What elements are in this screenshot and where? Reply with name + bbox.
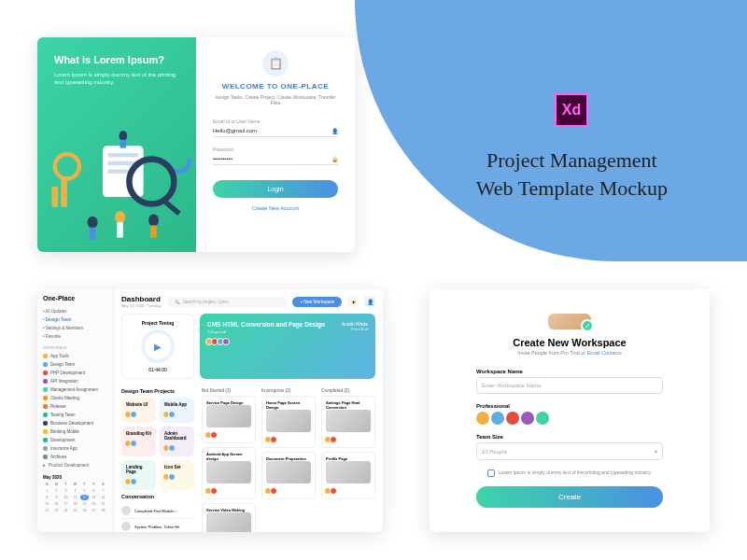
- play-button[interactable]: ▶: [141, 329, 175, 363]
- calendar-day[interactable]: 1: [43, 488, 51, 494]
- task-card[interactable]: Service Page Design: [202, 396, 256, 443]
- workspace-item[interactable]: App Tools: [43, 352, 107, 360]
- calendar-day[interactable]: 17: [62, 501, 70, 507]
- featured-project[interactable]: CMS HTML Conversion and Page Design 7 Da…: [200, 314, 375, 379]
- calendar-day[interactable]: 25: [71, 508, 79, 513]
- calendar-day[interactable]: 4: [71, 488, 79, 494]
- workspace-item[interactable]: Clients Meeting: [43, 394, 107, 402]
- workspace-item[interactable]: Testing Team: [43, 411, 107, 419]
- calendar-day[interactable]: 22: [43, 508, 51, 513]
- create-workspace-mockup: ✓ Create New Workspace Invite People fro…: [430, 289, 710, 532]
- conversation-item[interactable]: System Problem, Token Hit: [121, 519, 194, 532]
- calendar-day[interactable]: 21: [99, 501, 107, 507]
- task-card[interactable]: Service Video Making: [202, 503, 256, 532]
- workspace-item[interactable]: Management Assignment: [43, 385, 107, 394]
- email-input[interactable]: Hello@gmail.com: [213, 128, 257, 134]
- calendar-day[interactable]: 5: [80, 488, 89, 494]
- workspace-item[interactable]: Design Team: [43, 360, 107, 369]
- svg-rect-7: [61, 179, 67, 206]
- workspace-item[interactable]: Business Development: [43, 419, 107, 427]
- welcome-subtitle: Assign Tasks, Create Project, Create Wor…: [213, 94, 338, 105]
- conversation-item[interactable]: Completed First Module...: [121, 503, 194, 519]
- calendar-day[interactable]: 7: [99, 488, 107, 494]
- project-card[interactable]: Landing Page: [121, 460, 156, 490]
- task-card[interactable]: Android App Screen design: [202, 447, 256, 499]
- calendar-day[interactable]: 23: [52, 508, 61, 513]
- task-card[interactable]: Settings Page Html Conversion: [321, 396, 375, 448]
- ws-name-input[interactable]: Enter Workspace Name: [476, 377, 663, 394]
- welcome-title: WELCOME TO ONE-PLACE: [222, 82, 329, 91]
- project-card[interactable]: Website UI: [121, 398, 156, 423]
- featured-role: Front-End: [342, 327, 368, 331]
- workspace-item[interactable]: PHP Development: [43, 369, 107, 377]
- conversation-title: Conversation: [121, 494, 194, 499]
- task-card[interactable]: Profile Page: [321, 452, 375, 499]
- calendar-day[interactable]: 28: [99, 508, 107, 513]
- project-card[interactable]: Admin Dashboard: [160, 427, 194, 456]
- notification-icon[interactable]: ☀: [347, 296, 359, 307]
- nav-item[interactable]: • Settings & Members: [43, 324, 107, 332]
- calendar-day[interactable]: 27: [90, 508, 98, 513]
- nav-item[interactable]: • Favorite: [43, 332, 107, 341]
- workspace-item[interactable]: API Integration: [43, 377, 107, 385]
- create-account-link[interactable]: Create New Account: [252, 205, 299, 211]
- search-icon: 🔍: [175, 300, 180, 304]
- workspace-item[interactable]: Development: [43, 436, 107, 444]
- team-size-select[interactable]: 10 People▾: [476, 442, 663, 460]
- calendar-day[interactable]: 11: [71, 495, 79, 500]
- project-card[interactable]: Mobile App: [160, 398, 194, 423]
- task-card[interactable]: Document Preparation: [261, 452, 316, 499]
- calendar-day[interactable]: 16: [52, 501, 61, 507]
- task-card[interactable]: Home Page Screen Design: [261, 396, 316, 448]
- calendar-day[interactable]: 10: [62, 495, 70, 500]
- email-contacts-link[interactable]: Email Contacts: [587, 350, 622, 356]
- login-button[interactable]: Login: [213, 180, 338, 198]
- svg-rect-17: [120, 140, 127, 148]
- search-input[interactable]: 🔍Search by project, Client: [167, 297, 288, 307]
- workspace-item[interactable]: Insurance App: [43, 444, 107, 453]
- calendar-day[interactable]: 13: [90, 495, 98, 500]
- svg-point-16: [119, 131, 127, 141]
- lock-icon: 🔒: [331, 156, 338, 162]
- calendar-day[interactable]: 19: [80, 501, 89, 507]
- project-card[interactable]: Icon Set: [160, 460, 194, 490]
- calendar-day[interactable]: 20: [90, 501, 98, 507]
- ws-name-label: Workspace Name: [476, 369, 663, 374]
- svg-rect-3: [107, 169, 128, 173]
- project-card[interactable]: Branding Kit: [121, 427, 156, 456]
- calendar-day[interactable]: 6: [90, 488, 98, 494]
- calendar-day[interactable]: 3: [62, 488, 70, 494]
- nav-item[interactable]: • Design Team: [43, 315, 107, 324]
- login-mockup: What is Lorem Ipsum? Lorem Ipsum is simp…: [37, 37, 355, 252]
- password-input[interactable]: ••••••••••: [213, 156, 233, 162]
- calendar-month: May 2020: [43, 475, 107, 480]
- calendar-day[interactable]: 2: [52, 488, 61, 494]
- terms-checkbox[interactable]: [487, 469, 495, 477]
- calendar-day[interactable]: 26: [80, 508, 89, 513]
- kanban-col-title: Not Started (1): [202, 388, 256, 393]
- new-workspace-button[interactable]: + New Workspace: [292, 297, 342, 307]
- login-hero: What is Lorem Ipsum? Lorem Ipsum is simp…: [37, 37, 196, 252]
- product-dev-expand[interactable]: ▸ Product Development: [43, 461, 107, 469]
- nav-item[interactable]: • All Updates: [43, 307, 107, 315]
- calendar-day[interactable]: 9: [52, 495, 61, 500]
- kanban-column: Completed (2)Settings Page Html Conversi…: [321, 388, 375, 532]
- calendar-day[interactable]: 14: [99, 495, 107, 500]
- user-icon: 👤: [331, 128, 338, 134]
- workspace-item[interactable]: Archives: [43, 453, 107, 461]
- svg-rect-15: [150, 225, 157, 237]
- calendar-day[interactable]: 8: [43, 495, 51, 500]
- workspace-item[interactable]: Banking Mobile: [43, 427, 107, 436]
- professional-label: Professional: [476, 403, 663, 409]
- calendar-day[interactable]: 24: [62, 508, 70, 513]
- professional-avatars[interactable]: [476, 412, 663, 425]
- calendar-day[interactable]: 15: [43, 501, 51, 507]
- calendar: May 2020 SMTWTFS123456789101112131415161…: [43, 475, 107, 513]
- svg-rect-6: [51, 187, 58, 207]
- calendar-day[interactable]: 12: [80, 495, 89, 500]
- user-avatar[interactable]: 👤: [364, 296, 375, 307]
- workspace-item[interactable]: Release: [43, 402, 107, 411]
- create-button[interactable]: Create: [476, 486, 663, 508]
- team-size-label: Team Size: [476, 434, 663, 440]
- calendar-day[interactable]: 18: [71, 501, 79, 507]
